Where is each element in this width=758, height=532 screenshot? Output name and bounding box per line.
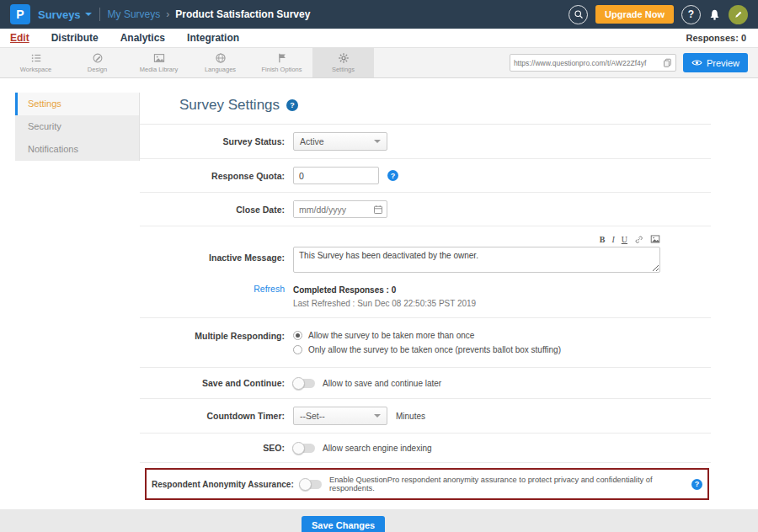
- save-and-continue-label: Save and Continue:: [140, 378, 293, 388]
- eye-icon: [691, 57, 702, 68]
- pencil-icon: [734, 10, 743, 19]
- topbar: P Surveys My Surveys › Product Satisfact…: [0, 0, 758, 29]
- edit-mode-button[interactable]: [729, 5, 748, 24]
- languages-globe-icon: [215, 52, 227, 64]
- toolbar-item-design[interactable]: Design: [67, 48, 128, 77]
- design-icon: [92, 52, 104, 64]
- chevron-down-icon: [85, 13, 92, 16]
- toolbar-item-label: Workspace: [20, 66, 51, 73]
- countdown-timer-value: --Set--: [300, 411, 325, 421]
- refresh-link[interactable]: Refresh: [254, 284, 285, 294]
- survey-url-box: [510, 54, 676, 72]
- breadcrumb-current-survey: Product Satisfaction Survey: [175, 8, 310, 20]
- italic-button[interactable]: I: [611, 235, 614, 244]
- radio-option-multiple-allowed[interactable]: Allow the survey to be taken more than o…: [293, 331, 474, 340]
- toolbar-item-media-library[interactable]: Media Library: [128, 48, 190, 77]
- link-button[interactable]: [634, 235, 643, 244]
- question-mark-icon: ?: [688, 8, 694, 20]
- media-library-icon: [153, 52, 165, 64]
- response-quota-input[interactable]: [293, 167, 379, 184]
- sidebar-item-settings[interactable]: Settings: [15, 93, 139, 115]
- copy-icon: [663, 58, 672, 67]
- chevron-down-icon: [374, 414, 381, 418]
- close-date-field: [293, 200, 387, 218]
- page-title-wrap: Survey Settings ?: [140, 78, 711, 125]
- response-quota-row: Response Quota: ?: [140, 158, 711, 192]
- countdown-timer-select[interactable]: --Set--: [293, 407, 387, 425]
- tab-edit[interactable]: Edit: [10, 32, 29, 44]
- finish-flag-icon: [276, 52, 288, 64]
- countdown-timer-suffix: Minutes: [396, 412, 425, 421]
- save-and-continue-toggle[interactable]: [293, 379, 315, 388]
- seo-row: SEO: Allow search engine indexing: [140, 433, 711, 462]
- breadcrumb-separator-icon: ›: [166, 8, 169, 20]
- inactive-message-label: Inactive Message:: [140, 234, 293, 263]
- completed-responses-text: Completed Responses : 0: [293, 284, 476, 297]
- questionpro-logo[interactable]: P: [10, 4, 30, 24]
- response-quota-label: Response Quota:: [140, 171, 293, 181]
- toolbar-item-finish-options[interactable]: Finish Options: [251, 48, 312, 77]
- title-help-icon[interactable]: ?: [286, 99, 298, 111]
- radio-selected-icon[interactable]: [293, 331, 302, 340]
- calendar-icon[interactable]: [373, 205, 383, 215]
- toolbar-item-settings[interactable]: Settings: [312, 48, 374, 77]
- topbar-actions: Upgrade Now ?: [568, 5, 748, 24]
- page: P Surveys My Surveys › Product Satisfact…: [0, 0, 758, 532]
- inactive-message-row: Inactive Message: B I U: [140, 226, 711, 280]
- underline-button[interactable]: U: [622, 235, 627, 244]
- help-button[interactable]: ?: [681, 5, 701, 24]
- radio-unselected-icon[interactable]: [293, 345, 302, 354]
- chevron-down-icon: [374, 140, 381, 143]
- close-date-input[interactable]: [294, 201, 373, 217]
- refresh-row: Refresh Completed Responses : 0 Last Ref…: [140, 280, 711, 317]
- survey-url-input[interactable]: [514, 59, 660, 67]
- survey-status-select[interactable]: Active: [293, 132, 387, 151]
- save-and-continue-text: Allow to save and continue later: [323, 379, 441, 388]
- breadcrumb-my-surveys[interactable]: My Surveys: [108, 8, 161, 20]
- bold-button[interactable]: B: [600, 235, 606, 244]
- preview-button[interactable]: Preview: [683, 53, 748, 72]
- anonymity-text: Enable QuestionPro respondent anonymity …: [329, 476, 686, 492]
- page-title: Survey Settings: [179, 97, 280, 114]
- search-button[interactable]: [568, 5, 588, 24]
- inactive-message-textarea[interactable]: This Survey has been deactivated by the …: [293, 247, 660, 273]
- save-changes-button[interactable]: Save Changes: [302, 516, 385, 532]
- main-nav: Edit Distribute Analytics Integration Re…: [0, 29, 758, 47]
- upgrade-now-button[interactable]: Upgrade Now: [595, 5, 674, 24]
- responses-count: Responses: 0: [686, 33, 758, 43]
- survey-status-row: Survey Status: Active: [140, 125, 711, 158]
- radio-option-once-only[interactable]: Only allow the survey to be taken once (…: [293, 345, 561, 354]
- survey-status-value: Active: [300, 136, 324, 146]
- anonymity-row-wrap: Respondent Anonymity Assurance: Enable Q…: [140, 462, 711, 505]
- copy-url-button[interactable]: [663, 58, 672, 67]
- breadcrumb: My Surveys › Product Satisfaction Survey: [108, 8, 311, 20]
- content-panel: Settings Security Notifications Survey S…: [0, 78, 758, 509]
- anonymity-highlight-box: Respondent Anonymity Assurance: Enable Q…: [145, 468, 709, 500]
- save-row: Save Changes: [140, 505, 711, 532]
- close-date-label: Close Date:: [140, 205, 293, 215]
- sidebar-item-security[interactable]: Security: [15, 115, 139, 138]
- surveys-menu[interactable]: Surveys: [38, 8, 92, 21]
- insert-image-button[interactable]: [650, 234, 660, 244]
- response-quota-help-icon[interactable]: ?: [387, 170, 398, 181]
- tab-integration[interactable]: Integration: [187, 32, 239, 44]
- link-icon: [634, 235, 643, 244]
- notifications-button[interactable]: [708, 8, 721, 21]
- content-area: Settings Security Notifications Survey S…: [0, 78, 758, 532]
- anonymity-toggle[interactable]: [300, 480, 322, 489]
- seo-toggle[interactable]: [293, 444, 315, 453]
- settings-main: Survey Settings ? Survey Status: Active: [140, 78, 711, 532]
- tab-analytics[interactable]: Analytics: [120, 32, 165, 44]
- countdown-timer-label: Countdown Timer:: [140, 411, 293, 421]
- toolbar-item-label: Media Library: [140, 66, 178, 73]
- anonymity-help-icon[interactable]: ?: [691, 479, 702, 490]
- toolbar-item-workspace[interactable]: Workspace: [5, 48, 67, 77]
- surveys-menu-label: Surveys: [38, 8, 81, 21]
- close-date-row: Close Date:: [140, 192, 711, 226]
- tab-distribute[interactable]: Distribute: [51, 32, 99, 44]
- format-toolbar: B I U: [293, 234, 660, 244]
- workspace-icon: [30, 52, 42, 64]
- sidebar-item-notifications[interactable]: Notifications: [15, 138, 139, 161]
- image-icon: [650, 234, 660, 244]
- toolbar-item-languages[interactable]: Languages: [190, 48, 251, 77]
